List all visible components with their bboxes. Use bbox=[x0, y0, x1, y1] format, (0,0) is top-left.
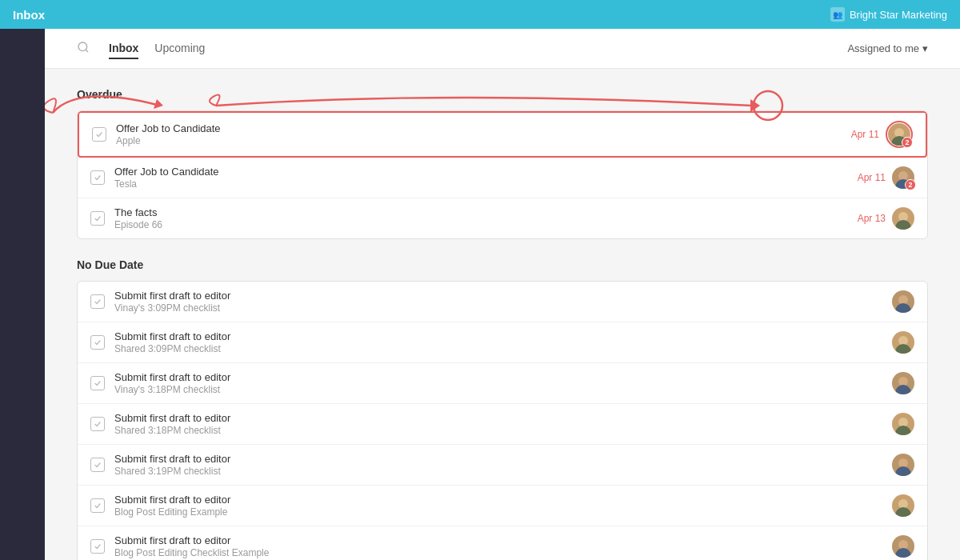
overdue-section: Overdue Offer Job to Candidate Apple bbox=[77, 88, 928, 239]
avatar-wrap: 2 bbox=[892, 166, 914, 189]
task-name: Submit first draft to editor bbox=[114, 494, 882, 506]
top-nav: Inbox 👥 Bright Star Marketing bbox=[0, 0, 960, 29]
org-icon: 👥 bbox=[830, 7, 845, 22]
task-info: Submit first draft to editor Blog Post E… bbox=[114, 494, 882, 518]
avatar-wrap bbox=[892, 372, 914, 394]
task-checkbox[interactable] bbox=[92, 127, 106, 142]
list-item[interactable]: Submit first draft to editor Blog Post E… bbox=[78, 526, 927, 560]
task-right bbox=[892, 413, 914, 435]
avatar bbox=[892, 535, 914, 558]
list-item[interactable]: Submit first draft to editor Vinay's 3:1… bbox=[78, 363, 927, 404]
task-info: Submit first draft to editor Vinay's 3:1… bbox=[114, 371, 882, 395]
task-name: Offer Job to Candidate bbox=[116, 122, 842, 134]
task-info: Submit first draft to editor Blog Post E… bbox=[114, 534, 882, 558]
task-checkbox[interactable] bbox=[90, 170, 105, 185]
task-badge: 2 bbox=[902, 137, 913, 148]
overdue-title: Overdue bbox=[77, 88, 928, 101]
task-checkbox[interactable] bbox=[90, 417, 105, 431]
nodue-title: No Due Date bbox=[77, 258, 928, 271]
task-sub: Vinay's 3:18PM checklist bbox=[114, 384, 882, 395]
content-area: Inbox Upcoming Assigned to me ▾ Overdue bbox=[45, 29, 960, 560]
task-name: Submit first draft to editor bbox=[114, 453, 882, 465]
task-name: Submit first draft to editor bbox=[114, 534, 882, 546]
task-right: Apr 11 2 bbox=[851, 121, 913, 148]
sidebar bbox=[0, 29, 45, 560]
avatar bbox=[892, 494, 914, 517]
task-checkbox[interactable] bbox=[90, 294, 105, 309]
avatar bbox=[892, 454, 914, 476]
avatar-wrap bbox=[892, 207, 914, 230]
task-sub: Blog Post Editing Example bbox=[114, 506, 882, 518]
table-row[interactable]: Offer Job to Candidate Tesla Apr 11 2 bbox=[78, 158, 927, 198]
task-right bbox=[892, 290, 914, 313]
task-info: Submit first draft to editor Shared 3:19… bbox=[114, 453, 882, 477]
table-row[interactable]: The facts Episode 66 Apr 13 bbox=[78, 198, 927, 238]
task-right bbox=[892, 494, 914, 517]
task-sub: Apple bbox=[116, 135, 842, 146]
avatar-wrap bbox=[892, 535, 914, 558]
nodue-section: No Due Date Submit first draft to editor… bbox=[77, 258, 928, 560]
task-info: Offer Job to Candidate Apple bbox=[116, 122, 842, 146]
task-name: Offer Job to Candidate bbox=[114, 166, 848, 178]
list-item[interactable]: Submit first draft to editor Blog Post E… bbox=[78, 486, 927, 526]
task-sub: Vinay's 3:09PM checklist bbox=[114, 302, 882, 314]
task-name: Submit first draft to editor bbox=[114, 330, 882, 342]
task-info: Submit first draft to editor Shared 3:18… bbox=[114, 412, 882, 436]
task-checkbox[interactable] bbox=[90, 335, 105, 350]
avatar-wrap: 2 bbox=[886, 121, 913, 148]
task-right: Apr 13 bbox=[858, 207, 914, 230]
task-right: Apr 11 2 bbox=[858, 166, 914, 189]
avatar bbox=[892, 331, 914, 354]
task-name: Submit first draft to editor bbox=[114, 290, 882, 302]
avatar-wrap bbox=[892, 331, 914, 354]
task-checkbox[interactable] bbox=[90, 211, 105, 226]
main-container: Inbox Upcoming Assigned to me ▾ Overdue bbox=[0, 29, 960, 560]
avatar bbox=[892, 207, 914, 230]
task-name: The facts bbox=[114, 206, 848, 218]
list-item[interactable]: Submit first draft to editor Vinay's 3:0… bbox=[78, 282, 927, 322]
filter-label: Assigned to me bbox=[847, 42, 919, 54]
sub-header: Inbox Upcoming Assigned to me ▾ bbox=[45, 29, 960, 69]
filter-chevron: ▾ bbox=[922, 42, 928, 54]
task-checkbox[interactable] bbox=[90, 498, 105, 513]
avatar bbox=[892, 413, 914, 435]
list-item[interactable]: Submit first draft to editor Shared 3:18… bbox=[78, 404, 927, 445]
task-checkbox[interactable] bbox=[90, 458, 105, 472]
overdue-task-list: Offer Job to Candidate Apple Apr 11 2 bbox=[77, 110, 928, 239]
assigned-filter[interactable]: Assigned to me ▾ bbox=[847, 42, 928, 54]
list-item[interactable]: Submit first draft to editor Shared 3:19… bbox=[78, 445, 927, 486]
org-info: 👥 Bright Star Marketing bbox=[830, 7, 947, 22]
task-sub: Episode 66 bbox=[114, 219, 848, 230]
avatar-wrap bbox=[892, 290, 914, 313]
task-right bbox=[892, 535, 914, 558]
task-right bbox=[892, 372, 914, 394]
sub-header-left: Inbox Upcoming bbox=[77, 38, 205, 59]
task-name: Submit first draft to editor bbox=[114, 371, 882, 383]
avatar bbox=[892, 372, 914, 394]
list-item[interactable]: Submit first draft to editor Shared 3:09… bbox=[78, 322, 927, 363]
app-title: Inbox bbox=[13, 8, 45, 22]
task-sub: Shared 3:09PM checklist bbox=[114, 343, 882, 354]
task-info: Offer Job to Candidate Tesla bbox=[114, 166, 848, 190]
task-sub: Tesla bbox=[114, 178, 848, 190]
avatar-wrap bbox=[892, 454, 914, 476]
tab-upcoming[interactable]: Upcoming bbox=[154, 38, 205, 59]
avatar bbox=[892, 290, 914, 313]
inbox-content: Overdue Offer Job to Candidate Apple bbox=[45, 69, 960, 560]
org-name: Bright Star Marketing bbox=[850, 9, 947, 21]
task-checkbox[interactable] bbox=[90, 539, 105, 554]
task-right bbox=[892, 331, 914, 354]
task-checkbox[interactable] bbox=[90, 376, 105, 390]
task-date: Apr 11 bbox=[851, 129, 879, 140]
svg-point-0 bbox=[78, 42, 87, 51]
tab-inbox[interactable]: Inbox bbox=[109, 38, 138, 59]
task-sub: Shared 3:19PM checklist bbox=[114, 466, 882, 477]
avatar-wrap bbox=[892, 494, 914, 517]
task-badge: 2 bbox=[905, 179, 916, 190]
search-icon[interactable] bbox=[77, 41, 90, 57]
avatar-wrap bbox=[892, 413, 914, 435]
table-row[interactable]: Offer Job to Candidate Apple Apr 11 2 bbox=[78, 111, 927, 158]
task-date: Apr 13 bbox=[858, 213, 886, 224]
nav-tabs: Inbox Upcoming bbox=[109, 38, 205, 59]
task-info: Submit first draft to editor Shared 3:09… bbox=[114, 330, 882, 354]
